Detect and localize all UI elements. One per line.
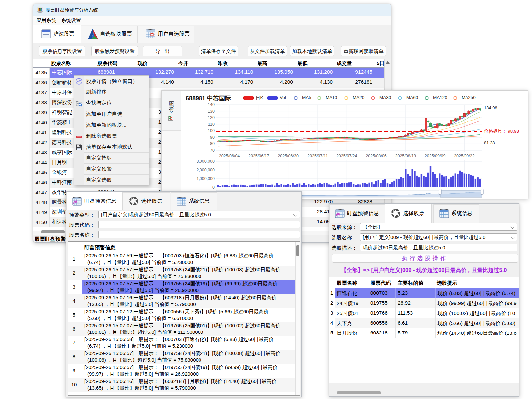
svg-text:130: 130	[208, 109, 215, 114]
svg-text:90: 90	[210, 135, 215, 140]
svg-text:2,000,000: 2,000,000	[196, 168, 215, 172]
svg-text:110: 110	[208, 122, 215, 127]
svg-text:81.28: 81.28	[484, 140, 495, 145]
svg-text:70: 70	[210, 148, 215, 153]
svg-text:1,000,000: 1,000,000	[196, 176, 215, 181]
svg-text:2025/07/24: 2025/07/24	[336, 154, 357, 158]
svg-text:3,000,000: 3,000,000	[196, 159, 215, 164]
svg-text:2025/06/17: 2025/06/17	[248, 154, 269, 158]
svg-text:2025/08/06: 2025/08/06	[366, 154, 387, 158]
svg-text:2025/06/04: 2025/06/04	[219, 154, 240, 158]
svg-text:140: 140	[208, 102, 215, 107]
svg-text:2025/07/11: 2025/07/11	[307, 154, 328, 158]
svg-text:↓: ↓	[479, 107, 481, 112]
svg-text:120: 120	[208, 115, 215, 120]
svg-text:价格标尺： 98.98: 价格标尺： 98.98	[484, 129, 519, 134]
svg-text:2025/06/30: 2025/06/30	[278, 154, 299, 158]
svg-text:100: 100	[208, 128, 215, 133]
svg-text:2025/09/09: 2025/09/09	[425, 154, 446, 158]
svg-text:134.98: 134.98	[484, 105, 497, 110]
svg-text:2025/09/22: 2025/09/22	[454, 154, 475, 158]
svg-text:2025/08/19: 2025/08/19	[395, 154, 416, 158]
svg-text:0: 0	[212, 185, 215, 190]
svg-text:80: 80	[210, 141, 215, 146]
